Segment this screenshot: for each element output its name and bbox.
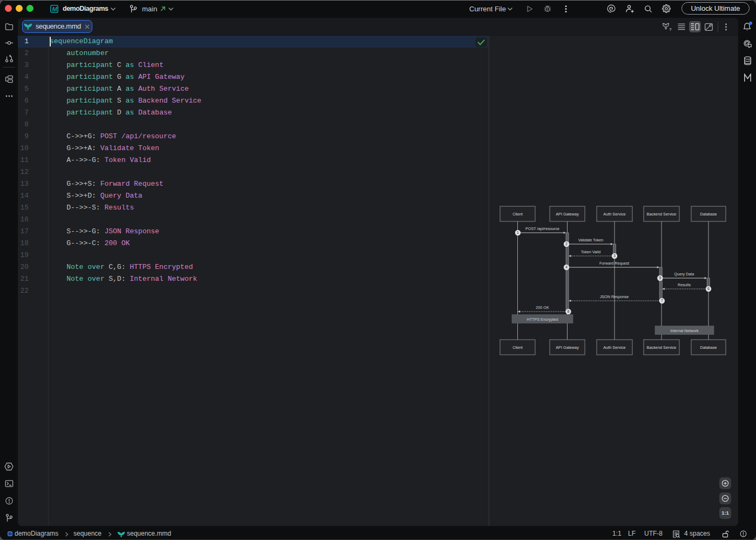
svg-text:M: M [52, 6, 57, 12]
svg-text:API Gateway: API Gateway [556, 345, 579, 350]
svg-text:Internal Network: Internal Network [670, 328, 699, 333]
svg-text:Auth Service: Auth Service [603, 345, 625, 350]
svg-text:Results: Results [678, 282, 691, 287]
svg-text:Token Valid: Token Valid [581, 249, 601, 254]
svg-text:Database: Database [700, 345, 717, 350]
svg-text:5: 5 [659, 276, 661, 280]
svg-text:Backend Service: Backend Service [647, 212, 677, 217]
svg-text:6: 6 [707, 287, 710, 291]
svg-text:2: 2 [565, 242, 568, 246]
svg-text:200 OK: 200 OK [536, 305, 549, 310]
svg-text:API Gateway: API Gateway [556, 212, 579, 217]
svg-text:Query Data: Query Data [674, 272, 694, 276]
svg-text:HTTPS Encrypted: HTTPS Encrypted [527, 317, 558, 322]
svg-text:JSON Response: JSON Response [600, 294, 629, 299]
svg-text:Validate Token: Validate Token [578, 238, 604, 242]
svg-text:Forward Request: Forward Request [599, 261, 629, 266]
svg-text:Backend Service: Backend Service [647, 345, 677, 350]
svg-text:Database: Database [700, 212, 717, 217]
svg-text:Client: Client [512, 345, 523, 350]
svg-text:POST /api/resource: POST /api/resource [525, 226, 559, 231]
svg-text:7: 7 [661, 299, 663, 302]
svg-text:Auth Service: Auth Service [603, 212, 625, 217]
svg-text:3: 3 [613, 254, 616, 258]
svg-text:?: ? [669, 27, 672, 31]
svg-text:1: 1 [517, 231, 519, 234]
svg-text:Client: Client [512, 212, 523, 217]
svg-text:4: 4 [565, 265, 568, 269]
svg-text:8: 8 [568, 309, 570, 313]
